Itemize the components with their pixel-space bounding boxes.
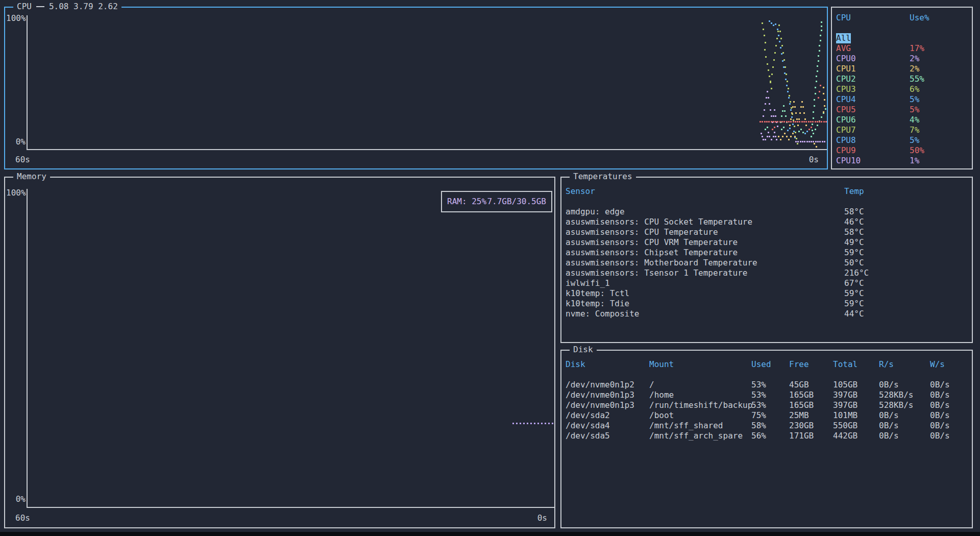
usage-dot bbox=[815, 87, 816, 88]
usage-dot bbox=[791, 112, 793, 114]
usage-dot bbox=[813, 111, 814, 113]
usage-dot bbox=[785, 115, 787, 117]
cpu-row-cpu5[interactable]: CPU55% bbox=[832, 105, 972, 115]
usage-dot bbox=[814, 99, 815, 101]
usage-dot bbox=[762, 136, 763, 137]
cpu-row-cpu9[interactable]: CPU950% bbox=[832, 145, 972, 156]
cpu-row-cpu3[interactable]: CPU36% bbox=[832, 84, 972, 94]
cpu-row-cpu6[interactable]: CPU64% bbox=[832, 115, 972, 125]
cpu-row-cpu4[interactable]: CPU45% bbox=[832, 94, 972, 105]
cpu-y-max-label: 100% bbox=[6, 13, 26, 23]
cpu-usage-cell: 5% bbox=[910, 135, 919, 145]
usage-dot bbox=[818, 55, 819, 57]
cpu-row-cpu0[interactable]: CPU02% bbox=[832, 54, 972, 64]
cpu-name-cell: CPU0 bbox=[836, 54, 856, 64]
cpu-list-spacer bbox=[832, 23, 972, 33]
memory-x-left-label: 60s bbox=[15, 513, 30, 523]
usage-dot bbox=[769, 103, 770, 105]
cpu-row-avg[interactable]: AVG17% bbox=[832, 43, 972, 54]
disk-cell: /dev/nvme0n1p3 bbox=[566, 400, 634, 410]
usage-dot bbox=[761, 133, 762, 134]
temperatures-header: Sensor Temp bbox=[561, 186, 972, 197]
usage-dot bbox=[823, 93, 824, 94]
usage-dot bbox=[815, 129, 816, 130]
cpu-row-all[interactable]: All bbox=[832, 33, 972, 43]
cpu-panel: CPU 5.08 3.79 2.62 100% 0% 60s 0s bbox=[4, 7, 828, 169]
cpu-name-cell: AVG bbox=[836, 43, 851, 54]
usage-dot bbox=[816, 81, 817, 82]
usage-dot bbox=[790, 118, 792, 120]
memory-panel-title: Memory bbox=[13, 172, 50, 182]
cpu-name-cell: CPU7 bbox=[836, 125, 856, 135]
cpu-x-right-label: 0s bbox=[809, 155, 819, 165]
usage-dot bbox=[792, 133, 794, 134]
disk-row: /dev/nvme0n1p3/run/timeshift/backup53%16… bbox=[561, 400, 972, 410]
disk-cell: 0B/s bbox=[930, 380, 950, 390]
usage-dot bbox=[815, 141, 817, 142]
usage-dot bbox=[764, 35, 765, 36]
usage-dot bbox=[763, 29, 764, 30]
usage-dot bbox=[783, 127, 785, 128]
cpu-list-header-use: Use% bbox=[910, 13, 929, 23]
cpu-row-cpu7[interactable]: CPU77% bbox=[832, 125, 972, 135]
usage-dot bbox=[808, 129, 810, 130]
disk-cell: 550GB bbox=[833, 421, 857, 431]
temperature-row: asuswmisensors: CPU Temperature58°C bbox=[561, 227, 972, 237]
usage-dot bbox=[804, 141, 805, 142]
usage-dot bbox=[819, 141, 821, 142]
usage-dot bbox=[799, 112, 801, 114]
usage-dot bbox=[781, 45, 783, 46]
usage-dot bbox=[804, 133, 806, 134]
cpu-row-cpu8[interactable]: CPU85% bbox=[832, 135, 972, 145]
disk-cell: 0B/s bbox=[930, 400, 950, 410]
disk-cell: 0B/s bbox=[930, 421, 950, 431]
disk-cell: 0B/s bbox=[879, 421, 899, 431]
usage-dot bbox=[767, 91, 768, 92]
usage-dot bbox=[819, 121, 820, 123]
temperature-row: asuswmisensors: Tsensor 1 Temperature216… bbox=[561, 268, 972, 278]
temperatures-header-sensor: Sensor bbox=[566, 186, 595, 197]
cpu-panel-title-text: CPU bbox=[17, 2, 32, 12]
usage-dot bbox=[811, 127, 812, 128]
usage-dot bbox=[795, 121, 796, 123]
usage-dot bbox=[802, 132, 804, 133]
cpu-usage-cell: 50% bbox=[910, 145, 924, 156]
disk-cell: /mnt/sff_arch_spare bbox=[649, 431, 743, 441]
usage-dot bbox=[764, 109, 765, 111]
usage-dot bbox=[773, 59, 775, 61]
usage-dot bbox=[768, 121, 770, 123]
usage-dot bbox=[772, 129, 773, 130]
disk-row: /dev/sda4/mnt/sff_shared58%230GB550GB0B/… bbox=[561, 421, 972, 431]
usage-dot bbox=[814, 143, 815, 144]
disk-cell: 53% bbox=[751, 390, 766, 400]
usage-dot bbox=[792, 106, 794, 108]
cpu-row-cpu1[interactable]: CPU12% bbox=[832, 64, 972, 74]
disk-cell: /run/timeshift/backup bbox=[649, 400, 752, 410]
usage-dot bbox=[796, 138, 797, 139]
usage-dot bbox=[765, 129, 766, 130]
usage-dot bbox=[821, 26, 822, 27]
cpu-list-header-cpu: CPU bbox=[836, 13, 851, 23]
usage-dot bbox=[798, 131, 800, 132]
usage-dot bbox=[810, 121, 812, 123]
cpu-usage-cell: 4% bbox=[910, 115, 919, 125]
usage-dot bbox=[818, 60, 819, 62]
usage-dot bbox=[789, 125, 791, 126]
usage-dot bbox=[787, 130, 789, 131]
usage-dot bbox=[793, 131, 795, 132]
usage-dot bbox=[760, 121, 761, 123]
usage-dot bbox=[820, 40, 821, 41]
usage-dot bbox=[771, 121, 772, 123]
usage-dot bbox=[800, 106, 802, 108]
usage-dot bbox=[788, 88, 789, 89]
usage-dot bbox=[762, 121, 763, 123]
usage-dot bbox=[795, 112, 797, 114]
usage-dot bbox=[802, 106, 804, 108]
sensor-temp-cell: 50°C bbox=[844, 258, 864, 268]
cpu-row-cpu10[interactable]: CPU101% bbox=[832, 156, 972, 166]
cpu-row-cpu2[interactable]: CPU255% bbox=[832, 74, 972, 84]
usage-dot bbox=[773, 25, 774, 26]
usage-dot bbox=[778, 25, 780, 26]
sensor-temp-cell: 216°C bbox=[844, 268, 869, 278]
usage-dot bbox=[764, 121, 766, 123]
